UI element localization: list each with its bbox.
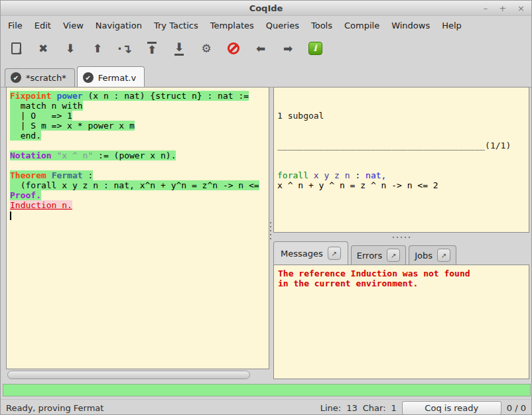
about-info-icon[interactable]: i bbox=[306, 40, 324, 57]
close-icon[interactable]: × bbox=[517, 3, 525, 13]
code-line: Theorem Fermat : bbox=[10, 170, 269, 180]
tab-label: *scratch* bbox=[26, 73, 66, 83]
tab-scratch[interactable]: ✔*scratch* bbox=[5, 68, 75, 87]
menu-item-file[interactable]: File bbox=[2, 18, 29, 33]
tab-messages[interactable]: Messages↗ bbox=[273, 241, 348, 265]
token-type: nat, bbox=[366, 170, 386, 180]
tab-label: Messages bbox=[281, 249, 323, 259]
error-region: Induction n. bbox=[10, 200, 72, 210]
go-to-end-icon[interactable]: ⬇ bbox=[170, 40, 188, 57]
minimize-icon[interactable]: – bbox=[484, 3, 488, 13]
line-label: Line: bbox=[320, 403, 341, 413]
tab-bar: ✔*scratch*✔Fermat.v bbox=[1, 62, 531, 88]
code-line: | O => 1 bbox=[10, 111, 269, 121]
menu-item-try-tactics[interactable]: Try Tactics bbox=[148, 18, 204, 33]
code-line: (forall x y z n : nat, x^n + y^n = z^n -… bbox=[10, 180, 269, 190]
menu-item-view[interactable]: View bbox=[57, 18, 90, 33]
code-line: match n with bbox=[10, 101, 269, 111]
vertical-splitter[interactable] bbox=[268, 87, 273, 369]
text-cursor bbox=[10, 211, 11, 220]
code-line: Proof. bbox=[10, 190, 269, 200]
menu-item-navigation[interactable]: Navigation bbox=[90, 18, 148, 33]
token-kw: Theorem bbox=[10, 170, 46, 180]
detach-icon[interactable]: ↗ bbox=[328, 247, 341, 260]
token-err: Induction n. bbox=[10, 200, 72, 210]
check-icon: ✔ bbox=[11, 72, 21, 83]
menu-item-tools[interactable]: Tools bbox=[305, 18, 338, 33]
detach-icon[interactable]: ↗ bbox=[387, 249, 400, 262]
scrollbar-thumb[interactable] bbox=[7, 371, 250, 379]
token-plain: x ^ n + y ^ n = z ^ n -> n <= 2 bbox=[277, 180, 438, 190]
script-editor[interactable]: Fixpoint power (x n : nat) {struct n} : … bbox=[6, 87, 269, 369]
code-line: end. bbox=[10, 131, 269, 141]
toolbar: ↓✖⬇⬆·↴⬆⬇⚙⬅⬅i bbox=[1, 34, 531, 62]
splitter-grip-icon bbox=[269, 221, 272, 239]
processed-region: Theorem Fermat : bbox=[10, 170, 93, 180]
goal-line: forall x y z n : nat, bbox=[277, 170, 529, 180]
processed-region: | S m => x * power x m bbox=[10, 121, 135, 131]
menu-item-help[interactable]: Help bbox=[436, 18, 468, 33]
tab-jobs[interactable]: Jobs↗ bbox=[409, 245, 456, 265]
token-kw: Fixpoint bbox=[10, 91, 52, 101]
token-plain: : bbox=[83, 170, 94, 180]
preferences-gear-icon[interactable]: ⚙ bbox=[198, 40, 215, 57]
processed-region: Proof. bbox=[10, 190, 41, 200]
back-icon[interactable]: ⬅ bbox=[252, 40, 269, 57]
char-label: Char: bbox=[363, 403, 386, 413]
editor-hscrollbar[interactable] bbox=[6, 371, 269, 380]
char-number: 1 bbox=[391, 403, 397, 413]
token-plain: match n with bbox=[10, 101, 83, 111]
token-plain: := (power x n). bbox=[93, 150, 176, 160]
token-kw2: Notation bbox=[10, 150, 52, 160]
message-line: The reference Induction was not found bbox=[278, 268, 529, 278]
token-plain: (x n : nat) {struct n} : nat := bbox=[83, 91, 249, 101]
backward-one-icon[interactable]: ⬆ bbox=[89, 40, 106, 57]
menu-item-compile[interactable]: Compile bbox=[338, 18, 385, 33]
detach-icon[interactable]: ↗ bbox=[437, 249, 450, 262]
menu-item-windows[interactable]: Windows bbox=[385, 18, 436, 33]
menu-item-templates[interactable]: Templates bbox=[204, 18, 260, 33]
menu-item-queries[interactable]: Queries bbox=[260, 18, 305, 33]
message-tab-bar: Messages↗Errors↗Jobs↗ bbox=[273, 241, 529, 265]
coqide-window: { "window": { "title": "CoqIde", "minimi… bbox=[0, 0, 532, 415]
forward-icon[interactable]: ⬅ bbox=[279, 40, 297, 57]
code-line: Fixpoint power (x n : nat) {struct n} : … bbox=[10, 91, 269, 101]
code-line: Notation "x ^ n" := (power x n). bbox=[10, 150, 269, 160]
go-to-start-icon[interactable]: ⬆ bbox=[143, 40, 161, 57]
token-plain: : bbox=[350, 170, 366, 180]
token-plain: (forall x y z n : nat, x^n + y^n = z^n -… bbox=[10, 180, 259, 190]
save-icon[interactable]: ↓ bbox=[7, 40, 25, 57]
processed-region: Fixpoint power (x n : nat) {struct n} : … bbox=[10, 91, 249, 101]
processed-region: Notation "x ^ n" := (power x n). bbox=[10, 150, 176, 160]
splitter-grip-icon bbox=[391, 236, 411, 239]
menu-bar: FileEditViewNavigationTry TacticsTemplat… bbox=[1, 16, 531, 34]
token-var: x y z n bbox=[314, 170, 350, 180]
processed-region: match n with bbox=[10, 101, 83, 111]
token-thm: Fermat bbox=[52, 170, 83, 180]
processed-region: | O => 1 bbox=[10, 111, 72, 121]
window-controls: – + × bbox=[484, 1, 525, 15]
close-doc-icon[interactable]: ✖ bbox=[34, 40, 52, 57]
messages-content: The reference Induction was not foundin … bbox=[273, 265, 529, 379]
token-plain bbox=[308, 170, 314, 180]
menu-item-edit[interactable]: Edit bbox=[29, 18, 57, 33]
separator-underscores: ________________________________________ bbox=[277, 141, 485, 150]
message-line: in the current environment. bbox=[278, 278, 529, 288]
coq-status-button[interactable]: Coq is ready bbox=[402, 401, 501, 415]
token-plain: end. bbox=[10, 131, 41, 141]
goal-header: 1 subgoal bbox=[277, 111, 529, 121]
forward-one-icon[interactable]: ⬇ bbox=[62, 40, 79, 57]
maximize-icon[interactable]: + bbox=[499, 3, 506, 13]
goal-lines: forall x y z n : nat,x ^ n + y ^ n = z ^… bbox=[277, 170, 529, 190]
token-plain: | O => 1 bbox=[10, 111, 72, 121]
tab-errors[interactable]: Errors↗ bbox=[351, 245, 406, 265]
tab-fermat.v[interactable]: ✔Fermat.v bbox=[77, 66, 145, 87]
goal-separator: ________________________________________… bbox=[277, 141, 529, 150]
status-bar: Ready, proving Fermat Line: 13 Char: 1 C… bbox=[1, 399, 532, 415]
go-to-cursor-icon[interactable]: ·↴ bbox=[116, 40, 133, 57]
check-icon: ✔ bbox=[83, 72, 94, 83]
code-line bbox=[10, 210, 269, 220]
horizontal-splitter[interactable] bbox=[273, 233, 529, 241]
interrupt-icon[interactable] bbox=[225, 40, 242, 57]
code-line bbox=[10, 141, 269, 150]
